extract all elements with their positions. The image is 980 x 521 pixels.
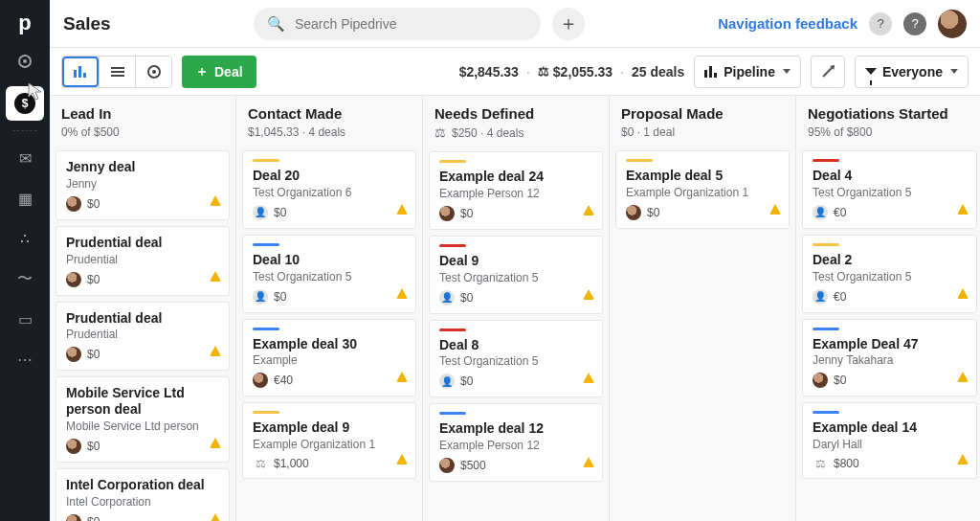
- rail-leads[interactable]: [6, 46, 44, 80]
- stage-column: Proposal Made$0 · 1 dealExample deal 5Ex…: [610, 96, 796, 521]
- warning-icon: [957, 369, 969, 386]
- label-stripe: [439, 160, 466, 163]
- edit-pipeline-button[interactable]: [811, 56, 845, 88]
- stage-title: Lead In: [61, 105, 224, 122]
- warning-icon: [210, 343, 221, 360]
- rail-calendar[interactable]: ▦: [6, 181, 44, 215]
- rail-contacts[interactable]: ⛬: [6, 221, 44, 256]
- deal-value: $800: [834, 457, 859, 470]
- user-avatar[interactable]: [938, 10, 967, 38]
- deal-card[interactable]: Deal 9Test Organization 5👤$0: [429, 236, 603, 314]
- deal-card[interactable]: Mobile Service Ltd person dealMobile Ser…: [56, 376, 230, 463]
- deal-card[interactable]: Example Deal 47Jenny Takahara$0: [802, 319, 977, 397]
- deal-card[interactable]: Example deal 9Example Organization 1⚖$1,…: [242, 402, 416, 479]
- deal-subtitle: Example Organization 1: [253, 438, 406, 451]
- deal-card[interactable]: Deal 20Test Organization 6👤$0: [242, 150, 416, 229]
- pencil-icon: [822, 66, 833, 77]
- quick-add-button[interactable]: ＋: [552, 8, 585, 40]
- page-title: Sales: [63, 13, 111, 34]
- label-stripe: [813, 159, 839, 162]
- warning-icon: [957, 451, 969, 468]
- deal-footer: €40: [253, 373, 406, 388]
- plus-icon: ＋: [195, 63, 209, 80]
- deal-card[interactable]: Deal 4Test Organization 5👤€0: [802, 150, 977, 229]
- deal-subtitle: Prudential: [66, 253, 219, 266]
- deal-card[interactable]: Example deal 24Example Person 12$0: [429, 151, 603, 230]
- deal-footer: $0: [66, 347, 219, 362]
- stage-header: Negotiations Started95% of $800: [796, 96, 980, 147]
- deal-footer: $500: [439, 458, 592, 473]
- search-box[interactable]: 🔍: [254, 8, 541, 40]
- plus-icon: ＋: [559, 11, 578, 36]
- stage-body[interactable]: Jenny dealJenny$0Prudential dealPrudenti…: [50, 147, 235, 521]
- navigation-feedback-link[interactable]: Navigation feedback: [718, 15, 858, 32]
- deal-footer: ⚖$800: [813, 457, 967, 470]
- deal-subtitle: Test Organization 6: [253, 186, 406, 199]
- deal-title: Example deal 9: [253, 419, 406, 436]
- briefcase-icon: ▭: [18, 310, 33, 328]
- deal-card[interactable]: Prudential dealPrudential$0: [56, 226, 230, 296]
- deal-title: Prudential deal: [66, 310, 219, 327]
- stage-column: Contact Made$1,045.33 · 4 dealsDeal 20Te…: [236, 96, 423, 521]
- deal-card[interactable]: Example deal 12Example Person 12$500: [429, 403, 603, 482]
- deal-card[interactable]: Example deal 14Daryl Hall⚖$800: [802, 402, 977, 479]
- owner-filter[interactable]: Everyone: [855, 56, 969, 88]
- warning-icon: [396, 285, 408, 303]
- stage-body[interactable]: Example deal 5Example Organization 1$0: [610, 147, 795, 521]
- dot-sep: ·: [526, 64, 530, 79]
- deal-card[interactable]: Deal 2Test Organization 5👤€0: [802, 235, 977, 313]
- filter-icon: [865, 68, 877, 75]
- deal-value: €0: [834, 290, 846, 304]
- quick-help-button[interactable]: ?: [869, 12, 892, 35]
- deal-card[interactable]: Example deal 30Example€40: [242, 319, 416, 397]
- scales-icon: ⚖: [434, 125, 446, 140]
- calendar-icon: ▦: [18, 190, 33, 208]
- label-stripe: [439, 412, 466, 415]
- search-input[interactable]: [293, 15, 527, 33]
- summary-secondary-wrap: ⚖ $2,055.33: [538, 64, 612, 79]
- deal-title: Example deal 12: [439, 420, 592, 437]
- view-list-button[interactable]: [99, 57, 135, 87]
- rail-more[interactable]: ⋯: [6, 342, 44, 376]
- rail-insights[interactable]: 〜: [6, 261, 44, 296]
- deal-card[interactable]: Deal 10Test Organization 5👤$0: [242, 235, 416, 313]
- deal-card[interactable]: Prudential dealPrudential$0: [56, 302, 230, 372]
- deal-title: Example deal 30: [253, 336, 406, 352]
- deal-card[interactable]: Deal 8Test Organization 5👤$0: [429, 320, 603, 398]
- deal-subtitle: Test Organization 5: [813, 186, 967, 199]
- chevron-down-icon: [783, 69, 791, 74]
- help-button[interactable]: ?: [903, 12, 926, 35]
- pipeline-selector[interactable]: Pipeline: [694, 56, 801, 88]
- stage-body[interactable]: Deal 4Test Organization 5👤€0Deal 2Test O…: [796, 147, 980, 521]
- stage-body[interactable]: Example deal 24Example Person 12$0Deal 9…: [423, 147, 609, 521]
- warning-icon: [210, 268, 221, 285]
- deal-subtitle: Jenny Takahara: [813, 353, 967, 367]
- deal-footer: $0: [626, 205, 779, 220]
- deal-title: Example deal 5: [626, 168, 779, 184]
- rail-mail[interactable]: ✉: [6, 141, 44, 175]
- stage-subtitle-text: $0 · 1 deal: [621, 125, 675, 139]
- rail-deals[interactable]: $: [6, 86, 44, 121]
- more-icon: ⋯: [17, 351, 33, 369]
- deals-summary: $2,845.33 · ⚖ $2,055.33 · 25 deals: [459, 64, 685, 79]
- deal-value: $0: [274, 290, 286, 304]
- deal-value: $0: [647, 206, 659, 219]
- warning-icon: [769, 201, 781, 218]
- view-forecast-button[interactable]: [135, 57, 171, 87]
- deal-title: Example Deal 47: [813, 336, 967, 352]
- pipeline-label: Pipeline: [724, 64, 775, 79]
- deal-card[interactable]: Jenny dealJenny$0: [56, 150, 230, 220]
- deal-card[interactable]: Example deal 5Example Organization 1$0: [615, 150, 790, 229]
- deal-footer: ⚖$1,000: [253, 457, 406, 470]
- summary-count: 25 deals: [632, 64, 684, 79]
- view-pipeline-button[interactable]: [62, 57, 99, 87]
- label-stripe: [813, 328, 839, 330]
- stage-title: Contact Made: [248, 105, 411, 122]
- add-deal-button[interactable]: ＋ Deal: [182, 56, 256, 88]
- weighted-icon: ⚖: [253, 457, 268, 470]
- person-icon: 👤: [439, 290, 455, 306]
- logo[interactable]: p: [8, 6, 42, 40]
- deal-card[interactable]: Intel Corporation dealIntel Corporation$…: [56, 468, 230, 521]
- stage-body[interactable]: Deal 20Test Organization 6👤$0Deal 10Test…: [236, 147, 422, 521]
- rail-products[interactable]: ▭: [6, 302, 44, 336]
